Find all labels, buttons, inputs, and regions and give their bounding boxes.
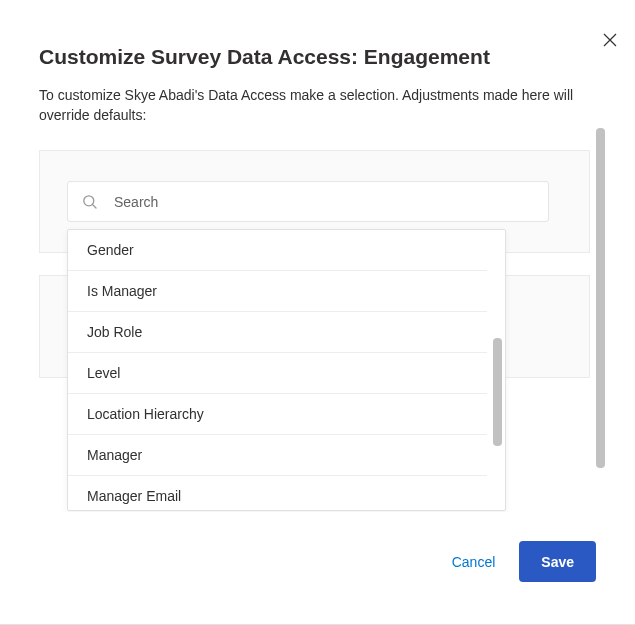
dropdown-scrollbar-track[interactable] (493, 233, 502, 506)
list-item[interactable]: Gender (68, 230, 487, 271)
outer-scrollbar-thumb[interactable] (596, 128, 605, 468)
outer-scrollbar-track[interactable] (596, 128, 605, 512)
save-button[interactable]: Save (519, 541, 596, 582)
dialog-title: Customize Survey Data Access: Engagement (39, 45, 490, 69)
list-item[interactable]: Manager Email (68, 476, 487, 510)
search-icon (82, 194, 98, 210)
search-box[interactable] (67, 181, 549, 222)
dialog-footer: Cancel Save (448, 541, 596, 582)
close-icon (603, 31, 617, 52)
dropdown-scrollbar-thumb[interactable] (493, 338, 502, 446)
content-area: Gender Is Manager Job Role Level Locatio… (39, 128, 605, 512)
list-item[interactable]: Manager (68, 435, 487, 476)
list-item[interactable]: Is Manager (68, 271, 487, 312)
dropdown-panel: Gender Is Manager Job Role Level Locatio… (67, 229, 506, 511)
dropdown-list: Gender Is Manager Job Role Level Locatio… (68, 230, 505, 510)
list-item[interactable]: Location Hierarchy (68, 394, 487, 435)
search-input[interactable] (114, 194, 534, 210)
dialog-description: To customize Skye Abadi's Data Access ma… (39, 86, 595, 125)
cancel-button[interactable]: Cancel (448, 548, 500, 576)
list-item[interactable]: Level (68, 353, 487, 394)
close-button[interactable] (598, 29, 622, 53)
list-item[interactable]: Job Role (68, 312, 487, 353)
